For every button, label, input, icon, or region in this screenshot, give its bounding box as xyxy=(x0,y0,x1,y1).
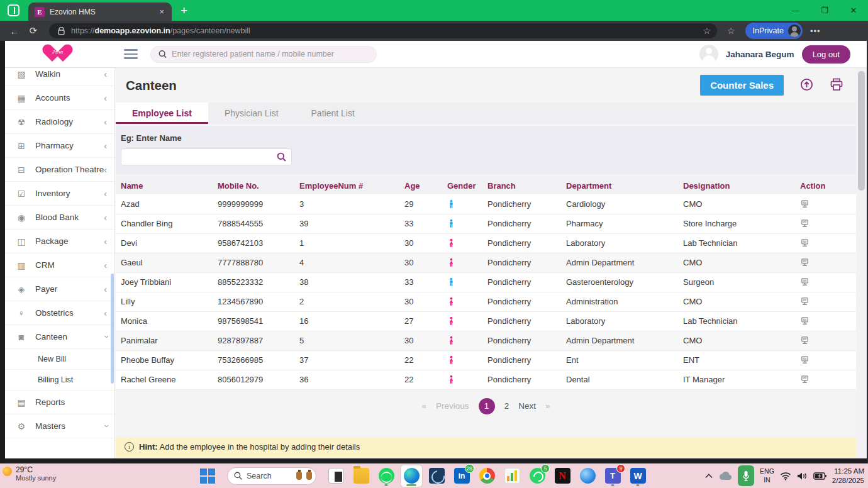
print-icon[interactable] xyxy=(830,78,843,93)
browser-tab[interactable]: E Ezovion HMS × xyxy=(28,3,172,21)
action-cell[interactable] xyxy=(795,233,856,253)
action-cell[interactable] xyxy=(795,350,856,370)
word-icon[interactable]: W xyxy=(627,465,648,487)
minimize-button[interactable]: — xyxy=(781,0,810,21)
tray-chevron-up-icon[interactable] xyxy=(705,474,713,479)
action-cell[interactable] xyxy=(795,272,856,292)
inprivate-badge[interactable]: InPrivate xyxy=(745,23,803,39)
sidebar-subitem-new-bill[interactable]: New Bill xyxy=(5,349,114,370)
employee-row: Monica98756985411627PondicherryLaborator… xyxy=(116,311,856,331)
file-explorer-icon[interactable] xyxy=(350,465,372,487)
hospital-logo[interactable]: Jaha xyxy=(47,45,69,64)
linkedin-icon[interactable]: in28 xyxy=(451,465,472,487)
sidebar-item-payer[interactable]: ◈Payer‹ xyxy=(5,277,114,301)
sidebar-item-pharmacy[interactable]: ⊞Pharmacy‹ xyxy=(5,134,114,158)
employee-row: Devi9586742103130PondicherryLaboratoryLa… xyxy=(116,233,856,253)
photos-app-icon[interactable] xyxy=(426,465,447,487)
sidebar-item-masters[interactable]: ⚙Masters‹ xyxy=(5,414,114,438)
workspaces-icon[interactable] xyxy=(8,4,19,16)
copilot-icon[interactable] xyxy=(577,465,598,487)
edge-icon[interactable] xyxy=(401,465,422,487)
taskbar-search[interactable]: Search xyxy=(227,467,316,485)
action-cell[interactable] xyxy=(795,311,856,331)
upload-icon[interactable] xyxy=(800,78,813,93)
sidebar-item-label: Package xyxy=(35,236,104,246)
cell-department: Administration xyxy=(561,292,678,311)
tab-patient-list[interactable]: Patient List xyxy=(295,103,371,124)
sidebar-item-radiology[interactable]: ☢Radiology‹ xyxy=(5,110,114,134)
cell-designation: IT Manager xyxy=(678,370,795,389)
action-cell[interactable] xyxy=(795,370,856,389)
pagination-page-2[interactable]: 2 xyxy=(504,401,509,411)
sidebar-item-crm[interactable]: ▥CRM‹ xyxy=(5,253,114,277)
action-cell[interactable] xyxy=(795,292,856,311)
sidebar-item-reports[interactable]: ▤Reports xyxy=(5,391,114,414)
pagination-next[interactable]: Next xyxy=(518,401,536,411)
refresh-button[interactable]: ⟳ xyxy=(24,25,43,36)
action-cell[interactable] xyxy=(795,194,856,214)
notebook-app-icon[interactable] xyxy=(325,465,347,487)
pagination-next-arrow[interactable]: » xyxy=(545,401,550,411)
maximize-button[interactable]: ❐ xyxy=(810,0,839,21)
counter-sales-button[interactable]: Counter Sales xyxy=(700,75,784,96)
close-tab-icon[interactable]: × xyxy=(157,7,167,16)
start-button[interactable] xyxy=(197,465,218,487)
close-window-button[interactable]: ✕ xyxy=(839,0,868,21)
menu-toggle-icon[interactable] xyxy=(124,49,138,59)
chrome-icon[interactable] xyxy=(476,465,498,487)
blood-bank-icon: ◉ xyxy=(16,213,27,223)
weather-widget[interactable]: 29°C Mostly sunny xyxy=(3,465,56,482)
cell-designation: ENT xyxy=(678,350,795,370)
action-cell[interactable] xyxy=(795,253,856,272)
column-header-branch: Branch xyxy=(482,177,561,194)
walkin-icon: ▧ xyxy=(16,69,27,79)
volume-icon[interactable] xyxy=(797,472,808,480)
clock[interactable]: 11:25 AM 2/28/2025 xyxy=(832,467,864,485)
browser-menu-icon[interactable]: ••• xyxy=(810,26,821,36)
gender-icon xyxy=(442,331,482,350)
new-tab-button[interactable]: + xyxy=(181,4,187,18)
page-scrollbar[interactable] xyxy=(856,68,867,458)
teams-icon[interactable]: T9 xyxy=(602,465,623,487)
favorites-bar-icon[interactable]: ☆ xyxy=(727,26,735,36)
sidebar-subitem-billing-list[interactable]: Billing List xyxy=(5,370,114,391)
action-cell[interactable] xyxy=(795,214,856,233)
logout-button[interactable]: Log out xyxy=(802,45,850,64)
microphone-button[interactable] xyxy=(738,465,754,486)
user-avatar[interactable] xyxy=(699,45,718,64)
sidebar-item-operation-theatre[interactable]: ⊟Operation Theatre‹ xyxy=(5,158,114,182)
sidebar-scrollbar[interactable] xyxy=(111,274,114,384)
pagination-prev-arrow[interactable]: « xyxy=(422,401,427,411)
bookmark-star-icon[interactable]: ☆ xyxy=(703,26,711,36)
sidebar-item-blood-bank[interactable]: ◉Blood Bank‹ xyxy=(5,206,114,230)
billing-action-icon xyxy=(800,238,810,248)
tab-physician-list[interactable]: Physician List xyxy=(208,103,295,124)
tab-employee-list[interactable]: Employee List xyxy=(116,103,208,124)
sidebar-item-walkin[interactable]: ▧Walkin‹ xyxy=(5,68,114,86)
patient-search-bar[interactable] xyxy=(150,46,377,63)
pagination-page-1[interactable]: 1 xyxy=(479,398,495,414)
wifi-icon[interactable] xyxy=(780,472,791,480)
pagination-previous[interactable]: Previous xyxy=(436,401,469,411)
sidebar-item-canteen[interactable]: ◙Canteen‹ xyxy=(5,325,114,349)
cell-employee-num: 4 xyxy=(294,253,399,272)
patient-search-input[interactable] xyxy=(172,50,369,58)
netflix-icon[interactable]: N xyxy=(552,465,573,487)
sidebar-item-inventory[interactable]: ☑Inventory‹ xyxy=(5,182,114,206)
onedrive-cloud-icon[interactable] xyxy=(718,472,732,480)
page-scrollbar-thumb[interactable] xyxy=(858,71,865,191)
action-cell[interactable] xyxy=(795,331,856,350)
name-filter-input[interactable] xyxy=(126,152,277,162)
power-bi-icon[interactable] xyxy=(501,465,523,487)
language-indicator[interactable]: ENG IN xyxy=(760,467,774,484)
column-header-age: Age xyxy=(399,177,442,194)
sidebar-item-package[interactable]: ◫Package‹ xyxy=(5,230,114,253)
back-button[interactable]: ← xyxy=(5,26,24,36)
filter-search-icon[interactable] xyxy=(277,152,286,162)
sidebar-item-accounts[interactable]: ▦Accounts‹ xyxy=(5,86,114,110)
url-bar[interactable]: https://demoapp.ezovion.in/pages/canteen… xyxy=(49,23,717,38)
whatsapp-icon[interactable]: 5 xyxy=(526,465,548,487)
spotify-icon[interactable] xyxy=(376,465,397,487)
battery-icon[interactable] xyxy=(813,472,826,480)
sidebar-item-obstetrics[interactable]: ♀Obstetrics‹ xyxy=(5,301,114,325)
